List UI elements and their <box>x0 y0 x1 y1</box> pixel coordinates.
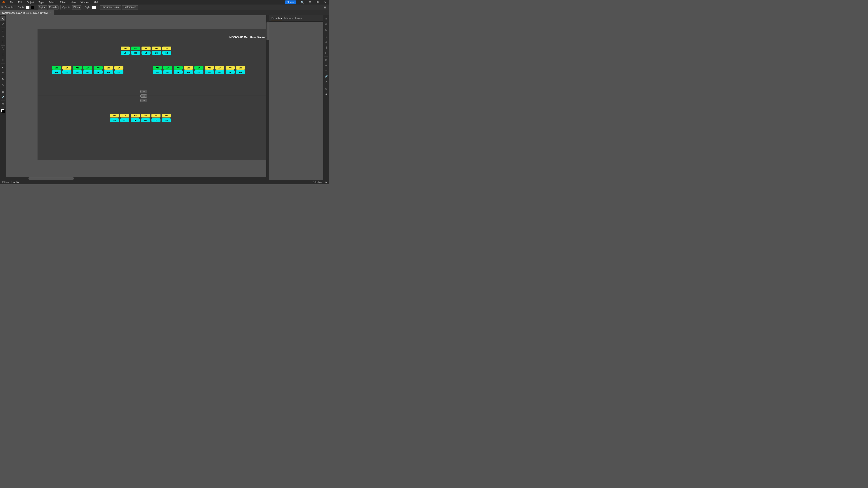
menu-help[interactable]: Help <box>93 1 100 4</box>
node-mr-r1-3[interactable]: API <box>174 66 183 70</box>
line-tool[interactable]: ╲ <box>0 46 5 52</box>
layers-icon[interactable]: ⊟ <box>324 27 329 32</box>
eyedropper-tool[interactable]: 💉 <box>0 95 5 100</box>
tab-close-button[interactable]: × <box>49 11 52 14</box>
hscroll-thumb[interactable] <box>29 177 74 180</box>
node-ml-r2-1[interactable]: LIB <box>52 70 61 74</box>
node-ml-r2-6[interactable]: LIB <box>104 70 113 74</box>
pencil-tool[interactable]: ✏ <box>0 70 5 75</box>
node-ml-r1-7[interactable]: API <box>114 66 123 70</box>
menu-object[interactable]: Object <box>26 1 35 4</box>
window-controls[interactable]: ⊟ <box>307 0 312 5</box>
center-node-api[interactable]: API <box>141 90 147 93</box>
document-tab[interactable]: System Schema.ai* @ 100 % (RGB/Preview) … <box>0 10 54 15</box>
node-top-r1-4[interactable]: API <box>152 46 161 50</box>
center-node-lib2[interactable]: LIB <box>141 99 147 102</box>
node-mr-r2-2[interactable]: LIB <box>163 70 172 74</box>
node-bot-r2-5[interactable]: LIB <box>151 119 160 122</box>
node-ml-r2-3[interactable]: LIB <box>73 70 82 74</box>
expand-icon[interactable]: ⊞ <box>315 0 320 5</box>
ellipse-tool[interactable]: ○ <box>0 57 5 62</box>
node-bot-r1-6[interactable]: API <box>162 114 171 118</box>
menu-type[interactable]: Type <box>38 1 45 4</box>
tab-layers[interactable]: Layers <box>295 17 302 20</box>
menu-edit[interactable]: Edit <box>17 1 23 4</box>
node-top-r1-2[interactable]: API <box>131 46 140 50</box>
node-mr-r1-9[interactable]: API <box>236 66 245 70</box>
node-mr-r2-4[interactable]: LIB <box>184 70 193 74</box>
center-node-lib1[interactable]: LIB <box>141 94 147 98</box>
node-mr-r2-7[interactable]: LIB <box>215 70 224 74</box>
node-bot-r1-2[interactable]: API <box>120 114 129 118</box>
node-bot-r2-4[interactable]: LIB <box>141 119 150 122</box>
color-tool-box[interactable] <box>1 109 5 113</box>
appear-icon[interactable]: ◎ <box>324 86 329 91</box>
zoom-dropdown[interactable]: 100% ▾ <box>2 181 9 184</box>
eye-icon[interactable]: 👁 <box>324 68 329 73</box>
vscroll-thumb[interactable] <box>267 22 269 40</box>
bracket-icon[interactable]: { } <box>324 51 329 55</box>
scale-tool[interactable]: ⤡ <box>0 82 5 87</box>
fill-color-swatch[interactable] <box>31 6 34 9</box>
zoom-tool[interactable]: ⊕ <box>0 102 5 107</box>
menu-view[interactable]: View <box>70 1 77 4</box>
graphic-styles-icon[interactable]: ◉ <box>324 92 329 96</box>
node-top-r1-5[interactable]: API <box>162 46 171 50</box>
horizontal-scrollbar[interactable] <box>6 177 269 180</box>
node-bot-r1-3[interactable]: API <box>131 114 140 118</box>
node-top-r1-1[interactable]: API <box>121 46 130 50</box>
page-nav[interactable]: ◀ 1 ▶ <box>13 181 19 184</box>
link-icon[interactable]: 🔗 <box>324 74 329 78</box>
search-icon[interactable]: 🔍 <box>300 0 305 5</box>
node-mr-r1-6[interactable]: API <box>205 66 214 70</box>
node-top-r2-3[interactable]: LIB <box>142 51 151 55</box>
node-mr-r2-8[interactable]: LIB <box>225 70 235 74</box>
arrange-icon[interactable]: ⊞ <box>323 5 328 10</box>
node-top-r2-5[interactable]: LIB <box>162 51 171 55</box>
selection-tool[interactable]: ↖ <box>0 16 5 21</box>
menu-window[interactable]: Window <box>80 1 90 4</box>
stroke-color[interactable] <box>2 110 5 113</box>
node-top-r2-4[interactable]: LIB <box>152 51 161 55</box>
share-button[interactable]: Share <box>285 0 296 4</box>
pen-tool[interactable]: ✒ <box>0 29 5 34</box>
document-setup-button[interactable]: Document Setup <box>100 5 121 9</box>
direct-selection-tool[interactable]: ↗ <box>0 22 5 27</box>
stroke-color-swatch[interactable] <box>26 6 30 9</box>
export-icon[interactable]: ↗ <box>324 79 329 84</box>
node-top-r2-1[interactable]: LIB <box>121 51 130 55</box>
node-ml-r1-6[interactable]: API <box>104 66 113 70</box>
node-ml-r1-1[interactable]: API <box>52 66 61 70</box>
node-bot-r2-2[interactable]: LIB <box>120 119 129 122</box>
node-mr-r2-9[interactable]: LIB <box>236 70 245 74</box>
artboards-icon[interactable]: ⊞ <box>324 22 329 27</box>
transform-icon[interactable]: ⊟ <box>324 63 329 68</box>
node-ml-r1-2[interactable]: API <box>62 66 71 70</box>
properties-icon[interactable]: ≡ <box>324 16 329 21</box>
node-ml-r1-5[interactable]: API <box>94 66 103 70</box>
type-tool[interactable]: T <box>0 39 5 44</box>
align-icon[interactable]: ⊞ <box>324 57 329 62</box>
node-bot-r1-1[interactable]: API <box>110 114 119 118</box>
opacity-dropdown[interactable]: 100% ▾ <box>72 5 81 9</box>
gradient-tool[interactable]: ▦ <box>0 89 5 94</box>
node-bot-r2-6[interactable]: LIB <box>162 119 171 122</box>
char-icon[interactable]: A <box>324 39 329 44</box>
more-tools[interactable]: ··· <box>0 115 5 120</box>
node-mr-r1-8[interactable]: API <box>225 66 235 70</box>
tab-artboards[interactable]: Artboards <box>284 17 293 20</box>
node-mr-r2-1[interactable]: LIB <box>153 70 162 74</box>
node-ml-r1-4[interactable]: API <box>83 66 92 70</box>
node-top-r2-2[interactable]: LIB <box>131 51 140 55</box>
node-ml-r1-3[interactable]: API <box>73 66 82 70</box>
node-mr-r2-5[interactable]: LIB <box>194 70 204 74</box>
node-mr-r2-3[interactable]: LIB <box>174 70 183 74</box>
node-ml-r2-4[interactable]: LIB <box>83 70 92 74</box>
paintbrush-tool[interactable]: 🖌 <box>0 64 5 69</box>
preferences-button[interactable]: Preferences <box>122 5 138 9</box>
canvas-area[interactable]: MOOVPAD Gen User Backend API API API API… <box>6 15 269 180</box>
node-ml-r2-5[interactable]: LIB <box>94 70 103 74</box>
menu-file[interactable]: File <box>8 1 14 4</box>
curvature-tool[interactable]: 〜 <box>0 34 5 39</box>
rect-tool[interactable]: □ <box>0 52 5 57</box>
